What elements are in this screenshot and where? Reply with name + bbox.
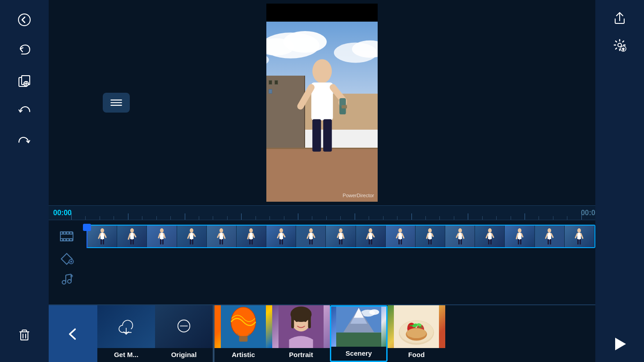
- timeline-tracks: [49, 220, 595, 291]
- timeline-ruler: 00:00 00:0: [49, 206, 595, 220]
- svg-point-165: [295, 317, 299, 321]
- menu-toggle-button[interactable]: [103, 93, 130, 113]
- svg-rect-28: [342, 105, 347, 109]
- layer-track-icon[interactable]: [49, 252, 85, 266]
- filter-back-button[interactable]: [49, 305, 97, 362]
- svg-point-144: [62, 281, 66, 284]
- svg-rect-48: [130, 239, 132, 244]
- filter-item-getmore[interactable]: Get M...: [97, 305, 155, 362]
- video-strip[interactable]: [87, 225, 595, 248]
- svg-line-113: [462, 234, 464, 238]
- svg-rect-42: [100, 239, 102, 244]
- svg-line-100: [397, 234, 398, 238]
- svg-line-118: [486, 234, 488, 238]
- play-button[interactable]: [604, 330, 635, 357]
- svg-point-104: [428, 228, 432, 233]
- svg-line-124: [516, 234, 518, 239]
- svg-rect-163: [291, 314, 294, 328]
- svg-rect-32: [67, 232, 69, 234]
- svg-point-44: [130, 228, 134, 233]
- svg-point-128: [548, 228, 551, 233]
- svg-line-22: [301, 87, 311, 106]
- svg-point-98: [398, 228, 402, 233]
- svg-line-77: [283, 234, 285, 237]
- back-button[interactable]: [9, 6, 40, 33]
- export-button[interactable]: [604, 5, 635, 32]
- svg-line-131: [551, 234, 553, 237]
- filter-item-food[interactable]: Food: [388, 305, 445, 362]
- svg-point-169: [369, 309, 379, 315]
- svg-rect-55: [162, 239, 164, 244]
- svg-text:?: ?: [622, 47, 625, 51]
- svg-point-50: [160, 228, 164, 233]
- video-track-icon[interactable]: [49, 229, 85, 244]
- svg-rect-61: [192, 239, 193, 244]
- svg-rect-173: [336, 332, 381, 347]
- filter-item-scenery[interactable]: Scenery: [330, 305, 388, 362]
- filter-thumb-original: [155, 305, 213, 348]
- svg-line-106: [427, 234, 428, 238]
- svg-line-107: [432, 234, 433, 236]
- preview-area: PowerDirector: [49, 0, 595, 205]
- filter-item-original[interactable]: Original: [155, 305, 213, 362]
- undo-button[interactable]: [9, 37, 40, 64]
- copy-button[interactable]: [9, 68, 40, 95]
- audio-track-icon[interactable]: [49, 272, 85, 286]
- filter-thumb-portrait: [272, 305, 330, 348]
- svg-line-88: [338, 234, 339, 237]
- svg-point-110: [458, 228, 462, 233]
- svg-rect-31: [64, 232, 66, 234]
- redo-button[interactable]: [9, 129, 40, 156]
- svg-line-95: [372, 234, 374, 237]
- svg-rect-79: [282, 239, 283, 244]
- svg-line-130: [546, 234, 548, 238]
- svg-rect-138: [577, 239, 579, 244]
- svg-rect-96: [369, 239, 370, 244]
- svg-line-112: [457, 234, 458, 237]
- svg-line-125: [521, 234, 523, 237]
- svg-line-53: [164, 234, 165, 238]
- revert-button[interactable]: [9, 98, 40, 125]
- svg-line-58: [188, 234, 190, 238]
- filter-item-portrait[interactable]: Portrait: [272, 305, 330, 362]
- svg-point-116: [488, 228, 492, 233]
- svg-line-83: [313, 234, 315, 237]
- left-sidebar: [0, 0, 49, 362]
- settings-button[interactable]: ?: [604, 32, 635, 59]
- svg-rect-108: [428, 239, 429, 244]
- delete-button[interactable]: [9, 321, 40, 348]
- filter-thumb-artistic: [215, 305, 272, 348]
- svg-point-86: [339, 228, 343, 233]
- svg-line-71: [253, 234, 254, 237]
- filter-label-food: Food: [408, 348, 425, 362]
- svg-rect-37: [70, 239, 72, 241]
- svg-point-62: [219, 228, 223, 233]
- filter-label-artistic: Artistic: [232, 348, 255, 362]
- video-track-content: [87, 225, 595, 248]
- svg-line-47: [134, 234, 136, 237]
- svg-rect-109: [430, 239, 432, 244]
- filter-thumb-scenery: [331, 307, 386, 347]
- svg-rect-34: [60, 239, 63, 241]
- svg-rect-127: [520, 239, 521, 244]
- svg-rect-85: [311, 239, 313, 244]
- svg-rect-139: [580, 239, 581, 244]
- svg-point-20: [312, 59, 332, 83]
- svg-point-134: [577, 228, 581, 233]
- svg-rect-121: [490, 239, 492, 244]
- svg-point-166: [303, 317, 307, 321]
- svg-point-19: [266, 54, 269, 67]
- svg-point-56: [190, 228, 193, 233]
- svg-point-122: [518, 228, 521, 233]
- svg-rect-114: [458, 239, 460, 244]
- cloud-download-icon: [115, 315, 137, 339]
- svg-point-0: [18, 14, 30, 26]
- watermark: PowerDirector: [343, 193, 374, 198]
- svg-rect-36: [67, 239, 69, 241]
- svg-line-136: [575, 234, 577, 238]
- right-sidebar: ?: [595, 0, 644, 362]
- svg-point-74: [279, 228, 283, 233]
- filter-item-artistic[interactable]: Artistic: [215, 305, 272, 362]
- filter-label-portrait: Portrait: [289, 348, 313, 362]
- svg-rect-54: [160, 239, 161, 244]
